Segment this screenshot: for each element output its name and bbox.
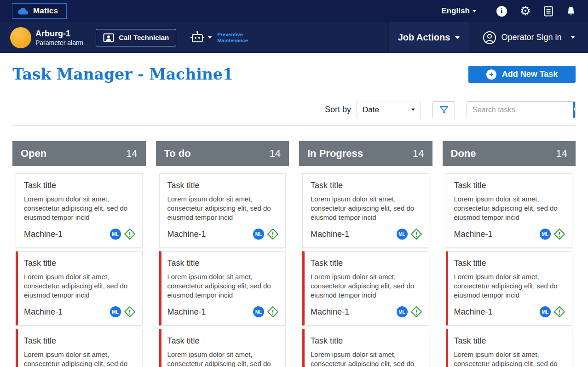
task-title: Task title [311,181,422,190]
task-card[interactable]: Task title Lorem ipsum dolor sit amet, c… [16,329,143,367]
priority-info-diamond-icon[interactable] [124,306,136,318]
task-card[interactable]: Task title Lorem ipsum dolor sit amet, c… [16,251,143,326]
ml-badge: ML [540,306,551,317]
sort-select[interactable]: Date [357,102,421,118]
column-header: In Progress 14 [299,141,432,166]
task-title: Task title [454,181,566,190]
priority-info-diamond-icon[interactable] [267,306,279,318]
task-machine: Machine-1 [167,229,206,239]
language-selector[interactable]: English [441,6,476,16]
task-card[interactable]: Task title Lorem ipsum dolor sit amet, c… [302,173,429,248]
kanban-column: Done 14 Task title Lorem ipsum dolor sit… [443,141,576,367]
machine-status-avatar [10,27,31,48]
add-new-task-label: Add New Task [502,69,558,79]
magnifier-icon [573,105,576,115]
sort-by-label: Sort by [325,105,351,115]
job-actions-label: Job Actions [398,32,450,43]
preventive-label-line1: Preventive [217,32,248,38]
priority-info-diamond-icon[interactable] [410,228,422,240]
chevron-down-icon [473,10,476,12]
task-card[interactable]: Task title Lorem ipsum dolor sit amet, c… [159,251,286,326]
task-description: Lorem ipsum dolor sit amet, consectetur … [167,195,279,222]
task-card[interactable]: Task title Lorem ipsum dolor sit amet, c… [302,251,429,326]
column-header: Open 14 [12,141,146,166]
divider [12,125,576,126]
priority-info-diamond-icon[interactable] [553,306,565,318]
search-box [467,101,576,118]
operator-person-icon [483,31,496,45]
machine-status: Parameter alarm [35,39,83,47]
ml-badge: ML [397,306,408,317]
task-machine: Machine-1 [311,307,349,317]
logo-text: Matics [33,6,58,16]
search-button[interactable] [573,102,576,118]
column-count: 14 [556,148,567,160]
task-description: Lorem ipsum dolor sit amet, consectetur … [454,195,566,222]
notifications-bell-icon[interactable] [566,6,576,17]
task-description: Lorem ipsum dolor sit amet, consectetur … [24,350,136,367]
machine-name: Arburg-1 [35,29,83,39]
language-label: English [441,6,469,16]
task-machine: Machine-1 [24,229,63,239]
task-title: Task title [311,336,422,346]
priority-info-diamond-icon[interactable] [267,228,279,240]
operator-signin-menu[interactable]: Operator Sign in [469,22,588,53]
preventive-label-line2: Maintenance [217,38,248,44]
priority-info-diamond-icon[interactable] [410,306,422,318]
chevron-down-icon [455,36,460,39]
task-card[interactable]: Task title Lorem ipsum dolor sit amet, c… [159,329,286,367]
task-title: Task title [167,258,279,268]
cloud-logo-icon [17,7,29,15]
task-machine: Machine-1 [167,307,206,317]
search-input[interactable] [467,102,573,118]
task-description: Lorem ipsum dolor sit amet, consectetur … [311,350,422,367]
task-machine: Machine-1 [454,229,493,239]
task-description: Lorem ipsum dolor sit amet, consectetur … [454,350,566,367]
chevron-down-icon [208,36,212,39]
column-header: To do 14 [156,141,289,166]
column-title: Done [451,148,476,160]
robot-icon [189,30,206,45]
task-title: Task title [167,336,279,346]
column-count: 14 [270,148,281,160]
column-count: 14 [126,148,137,160]
page-title: Task Manager - Machine1 [12,65,233,83]
job-actions-menu[interactable]: Job Actions [388,22,469,53]
main-content: Task Manager - Machine1 + Add New Task S… [0,65,588,367]
task-title: Task title [454,258,566,268]
task-card[interactable]: Task title Lorem ipsum dolor sit amet, c… [446,173,573,248]
filter-button[interactable] [432,101,455,118]
task-machine: Machine-1 [454,307,493,317]
chevron-down-icon [571,36,575,39]
task-card[interactable]: Task title Lorem ipsum dolor sit amet, c… [16,173,143,248]
add-new-task-button[interactable]: + Add New Task [468,66,576,83]
task-machine: Machine-1 [24,307,63,317]
task-description: Lorem ipsum dolor sit amet, consectetur … [311,272,422,300]
priority-info-diamond-icon[interactable] [124,228,136,240]
task-card[interactable]: Task title Lorem ipsum dolor sit amet, c… [302,329,429,367]
kanban-column: In Progress 14 Task title Lorem ipsum do… [299,141,432,367]
column-title: In Progress [307,148,363,160]
ml-badge: ML [110,306,121,317]
ml-badge: ML [253,306,264,317]
task-description: Lorem ipsum dolor sit amet, consectetur … [454,272,566,300]
preventive-maintenance-button[interactable]: Preventive Maintenance [189,30,248,45]
task-card[interactable]: Task title Lorem ipsum dolor sit amet, c… [159,173,286,248]
task-card[interactable]: Task title Lorem ipsum dolor sit amet, c… [446,329,573,367]
call-technician-button[interactable]: Call Technician [96,29,176,46]
ml-badge: ML [253,229,264,240]
matics-logo[interactable]: Matics [12,3,67,19]
toolbar: Sort by Date [12,94,576,125]
column-body: Task title Lorem ipsum dolor sit amet, c… [443,166,576,367]
info-icon[interactable]: i [496,6,507,17]
column-header: Done 14 [443,141,576,166]
priority-info-diamond-icon[interactable] [553,228,565,240]
task-card[interactable]: Task title Lorem ipsum dolor sit amet, c… [446,251,573,326]
ml-badge: ML [110,229,121,240]
settings-gear-icon[interactable]: ⚙ [520,5,531,17]
task-description: Lorem ipsum dolor sit amet, consectetur … [311,195,422,222]
ml-badge: ML [397,229,408,240]
task-title: Task title [167,181,279,190]
checklist-icon[interactable] [544,6,553,17]
column-title: To do [164,148,191,160]
